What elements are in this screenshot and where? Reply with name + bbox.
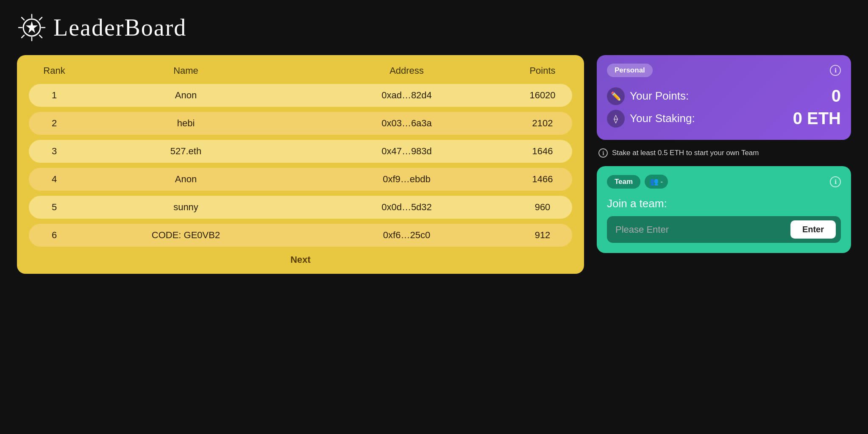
team-card: Team 👥 - ℹ Join a team: Enter xyxy=(597,166,851,253)
row-rank: 6 xyxy=(33,230,75,241)
row-address: 0x03…6a3a xyxy=(296,118,517,129)
svg-line-6 xyxy=(39,17,42,20)
row-name: sunny xyxy=(75,202,296,213)
table-row: 6 CODE: GE0VB2 0xf6…25c0 912 xyxy=(29,224,572,247)
staking-icon: ⟠ xyxy=(607,110,625,128)
row-address: 0xf6…25c0 xyxy=(296,230,517,241)
notice-info-icon: ℹ xyxy=(598,148,608,158)
col-rank: Rank xyxy=(33,65,75,76)
notice-text: Stake at least 0.5 ETH to start your own… xyxy=(612,149,759,157)
personal-tab[interactable]: Personal xyxy=(607,64,653,77)
col-address: Address xyxy=(296,65,517,76)
row-points: 1466 xyxy=(517,174,568,185)
info-notice: ℹ Stake at least 0.5 ETH to start your o… xyxy=(597,148,851,158)
staking-label-group: ⟠ Your Staking: xyxy=(607,110,695,128)
row-rank: 5 xyxy=(33,202,75,213)
staking-value: 0 ETH xyxy=(793,109,841,128)
team-tab[interactable]: Team xyxy=(607,175,640,189)
svg-line-7 xyxy=(22,35,24,38)
join-label: Join a team: xyxy=(607,197,841,210)
row-rank: 4 xyxy=(33,174,75,185)
row-address: 0x47…983d xyxy=(296,146,517,157)
row-points: 2102 xyxy=(517,118,568,129)
points-row: ✏️ Your Points: 0 xyxy=(607,85,841,107)
table-row: 5 sunny 0x0d…5d32 960 xyxy=(29,196,572,219)
points-icon: ✏️ xyxy=(607,87,625,105)
points-label-group: ✏️ Your Points: xyxy=(607,87,689,105)
join-input-row: Enter xyxy=(607,216,841,243)
personal-card: Personal ℹ ✏️ Your Points: 0 ⟠ Your Stak… xyxy=(597,55,851,140)
table-row: 3 527.eth 0x47…983d 1646 xyxy=(29,140,572,163)
row-rank: 2 xyxy=(33,118,75,129)
right-panel: Personal ℹ ✏️ Your Points: 0 ⟠ Your Stak… xyxy=(597,55,851,253)
join-input[interactable] xyxy=(612,223,785,237)
points-label: Your Points: xyxy=(630,89,689,103)
col-name: Name xyxy=(75,65,296,76)
staking-label: Your Staking: xyxy=(630,112,695,125)
table-rows: 1 Anon 0xad…82d4 16020 2 hebi 0x03…6a3a … xyxy=(29,84,572,247)
row-points: 960 xyxy=(517,202,568,213)
row-address: 0xf9…ebdb xyxy=(296,174,517,185)
leaderboard-card: Rank Name Address Points 1 Anon 0xad…82d… xyxy=(17,55,584,274)
row-name: Anon xyxy=(75,174,296,185)
row-rank: 1 xyxy=(33,90,75,101)
next-button[interactable]: Next xyxy=(29,254,572,265)
row-name: CODE: GE0VB2 xyxy=(75,230,296,241)
enter-button[interactable]: Enter xyxy=(790,220,836,239)
team-member-icon: 👥 - xyxy=(645,175,668,189)
table-row: 2 hebi 0x03…6a3a 2102 xyxy=(29,112,572,135)
row-address: 0xad…82d4 xyxy=(296,90,517,101)
team-tab-row: Team 👥 - ℹ xyxy=(607,175,841,189)
svg-marker-9 xyxy=(26,21,38,33)
svg-line-4 xyxy=(22,17,24,20)
points-value: 0 xyxy=(832,86,841,106)
row-points: 16020 xyxy=(517,90,568,101)
main-layout: Rank Name Address Points 1 Anon 0xad…82d… xyxy=(17,55,851,274)
team-info-icon[interactable]: ℹ xyxy=(830,176,841,187)
table-row: 4 Anon 0xf9…ebdb 1466 xyxy=(29,168,572,191)
staking-row: ⟠ Your Staking: 0 ETH xyxy=(607,107,841,130)
row-name: Anon xyxy=(75,90,296,101)
table-header: Rank Name Address Points xyxy=(29,65,572,84)
svg-line-5 xyxy=(39,35,42,38)
row-name: 527.eth xyxy=(75,146,296,157)
personal-info-icon[interactable]: ℹ xyxy=(830,65,841,76)
member-icon: 👥 xyxy=(650,177,659,186)
row-points: 912 xyxy=(517,230,568,241)
page-title: LeaderBoard xyxy=(53,14,186,41)
row-address: 0x0d…5d32 xyxy=(296,202,517,213)
row-name: hebi xyxy=(75,118,296,129)
row-points: 1646 xyxy=(517,146,568,157)
member-count: - xyxy=(660,178,663,186)
row-rank: 3 xyxy=(33,146,75,157)
personal-tab-row: Personal ℹ xyxy=(607,64,841,77)
header: LeaderBoard xyxy=(17,13,851,42)
leaderboard-icon xyxy=(17,13,47,42)
team-tabs: Team 👥 - xyxy=(607,175,668,189)
table-row: 1 Anon 0xad…82d4 16020 xyxy=(29,84,572,107)
col-points: Points xyxy=(517,65,568,76)
